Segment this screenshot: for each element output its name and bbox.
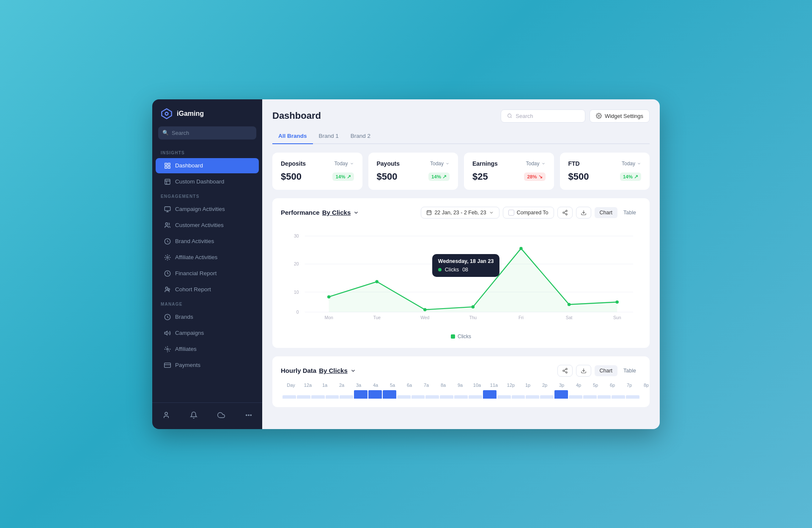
hourly-share-button[interactable] xyxy=(557,365,573,377)
tab-brand2[interactable]: Brand 2 xyxy=(345,129,376,144)
hourly-label-3p: 3p xyxy=(553,383,570,390)
legend-item-clicks: Clicks xyxy=(451,334,471,339)
stat-card-ftd: FTD Today $500 14% ↗ xyxy=(560,153,650,190)
header-search-input[interactable] xyxy=(516,113,579,119)
sidebar-item-payments[interactable]: Payments xyxy=(156,358,259,373)
sidebar-item-financial-report[interactable]: Financial Report xyxy=(156,266,259,281)
svg-point-25 xyxy=(565,210,567,212)
hourly-label-12p: 12p xyxy=(502,383,519,390)
payouts-period[interactable]: Today xyxy=(430,161,450,167)
svg-rect-3 xyxy=(168,163,170,165)
insights-section-label: INSIGHTS xyxy=(152,146,262,158)
sidebar-item-campaigns[interactable]: Campaigns xyxy=(156,326,259,341)
stat-card-deposits: Deposits Today $500 14% ↗ xyxy=(272,153,362,190)
date-range-button[interactable]: 22 Jan, 23 - 2 Feb, 23 xyxy=(421,207,499,219)
svg-point-20 xyxy=(248,414,249,415)
widget-settings-button[interactable]: Widget Settings xyxy=(590,109,650,123)
sidebar-item-cohort-report[interactable]: Cohort Report xyxy=(156,282,259,297)
svg-point-18 xyxy=(165,412,167,415)
tab-brand1[interactable]: Brand 1 xyxy=(313,129,345,144)
sidebar-item-financial-report-label: Financial Report xyxy=(175,270,217,276)
affiliates-icon xyxy=(164,346,171,353)
compare-checkbox[interactable] xyxy=(508,210,514,216)
chart-view-button[interactable]: Chart xyxy=(595,207,618,218)
svg-text:Fri: Fri xyxy=(518,315,524,320)
sidebar-item-brand-activities[interactable]: Brand Activities xyxy=(156,234,259,249)
hourly-label-11a: 11a xyxy=(486,383,502,390)
sidebar-item-affiliate-activities-label: Affiliate Activities xyxy=(175,254,217,260)
payouts-value: $500 xyxy=(377,171,398,182)
svg-point-13 xyxy=(168,288,170,290)
hourly-view-toggle: Chart Table xyxy=(595,365,641,376)
hourly-bar-14 xyxy=(483,390,497,399)
customer-icon xyxy=(164,222,171,229)
sidebar-item-customer-activities[interactable]: Customer Activities xyxy=(156,218,259,233)
sidebar-item-customer-activities-label: Customer Activities xyxy=(175,222,224,228)
share-button[interactable] xyxy=(557,207,573,219)
hourly-label-9p: 9p xyxy=(655,383,660,390)
hourly-bar-11 xyxy=(440,395,453,399)
hourly-labels-row: Day 12a 1a 2a 3a 4a 5a 6a 7a 8a 9a 10a 1… xyxy=(281,383,641,390)
hourly-bar-6 xyxy=(368,390,382,399)
search-icon: 🔍 xyxy=(162,130,169,136)
earnings-period[interactable]: Today xyxy=(526,161,545,167)
sidebar-item-campaign-activities[interactable]: Campaign Activities xyxy=(156,202,259,217)
hourly-chart-view-button[interactable]: Chart xyxy=(595,365,618,376)
hourly-bar-15 xyxy=(497,395,511,399)
svg-point-21 xyxy=(250,414,251,415)
svg-point-47 xyxy=(562,370,564,372)
svg-text:10: 10 xyxy=(294,290,299,294)
sidebar-item-dashboard[interactable]: Dashboard xyxy=(156,158,259,173)
notifications-icon-btn[interactable] xyxy=(187,408,201,424)
brand-icon xyxy=(164,238,171,245)
hourly-table-view-button[interactable]: Table xyxy=(618,365,641,376)
hourly-label-4a: 4a xyxy=(367,383,384,390)
sidebar-item-brands[interactable]: Brands xyxy=(156,309,259,325)
cloud-icon-btn[interactable] xyxy=(214,408,228,424)
profile-icon-btn[interactable] xyxy=(159,408,173,424)
sidebar-item-cohort-report-label: Cohort Report xyxy=(175,286,211,293)
sidebar-item-affiliate-activities[interactable]: Affiliate Activities xyxy=(156,250,259,265)
svg-text:30: 30 xyxy=(294,234,299,238)
deposits-period[interactable]: Today xyxy=(334,161,354,167)
sidebar-item-affiliates[interactable]: Affiliates xyxy=(156,342,259,357)
download-button[interactable] xyxy=(576,207,591,219)
hourly-chart-title[interactable]: Hourly Data By Clicks xyxy=(281,367,356,374)
hourly-chart-controls: Chart Table xyxy=(557,365,641,377)
hourly-label-1a: 1a xyxy=(316,383,333,390)
ftd-label: FTD xyxy=(568,160,580,167)
earnings-value: $25 xyxy=(472,171,488,182)
tab-all-brands[interactable]: All Brands xyxy=(272,129,313,144)
igaming-logo-icon xyxy=(161,108,173,120)
svg-point-46 xyxy=(565,368,567,370)
earnings-badge: 28% ↘ xyxy=(524,172,545,181)
performance-chart-title[interactable]: Performance By Clicks xyxy=(281,209,359,216)
sidebar-item-brands-label: Brands xyxy=(175,314,193,320)
chevron-down-icon xyxy=(350,368,356,374)
hourly-bar-4 xyxy=(340,395,353,399)
header-right: Widget Settings xyxy=(501,109,650,123)
hourly-bar-3 xyxy=(326,395,339,399)
sidebar-item-brand-activities-label: Brand Activities xyxy=(175,238,214,244)
hourly-label-6a: 6a xyxy=(401,383,418,390)
hourly-bar-22 xyxy=(598,395,611,399)
sidebar-item-payments-label: Payments xyxy=(175,362,200,368)
widget-settings-label: Widget Settings xyxy=(605,113,643,119)
ftd-period[interactable]: Today xyxy=(622,161,641,167)
sidebar-search-input[interactable] xyxy=(158,126,256,140)
svg-rect-7 xyxy=(165,207,170,211)
hourly-bar-23 xyxy=(612,395,625,399)
more-icon-btn[interactable] xyxy=(241,408,256,424)
hourly-label-day: Day xyxy=(283,383,299,390)
profile-icon xyxy=(162,411,170,419)
hourly-bar-20 xyxy=(569,395,582,399)
compare-button[interactable]: Compared To xyxy=(503,207,554,219)
settings-icon xyxy=(596,113,602,119)
share-icon xyxy=(562,210,568,216)
svg-point-19 xyxy=(246,414,247,415)
svg-text:Mon: Mon xyxy=(324,315,333,320)
sidebar-item-custom-dashboard[interactable]: Custom Dashboard xyxy=(156,174,259,189)
table-view-button[interactable]: Table xyxy=(618,207,641,218)
data-point-fri xyxy=(519,246,523,250)
hourly-download-button[interactable] xyxy=(576,365,591,377)
